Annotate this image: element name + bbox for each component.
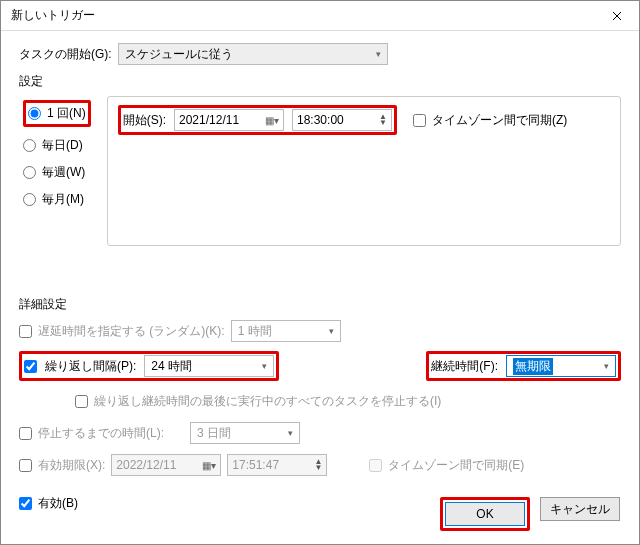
radio-weekly[interactable]: 毎週(W) <box>23 164 91 181</box>
repeat-checkbox[interactable] <box>24 360 37 373</box>
spinner-icon: ▲▼ <box>314 459 322 471</box>
begin-task-label: タスクの開始(G): <box>19 46 112 63</box>
expire-sync-label: タイムゾーン間で同期(E) <box>388 457 524 474</box>
radio-daily-label: 毎日(D) <box>42 137 83 154</box>
dialog-window: 新しいトリガー タスクの開始(G): スケジュールに従う ▾ 設定 1 回(N) <box>0 0 640 545</box>
frequency-radio-group: 1 回(N) 毎日(D) 毎週(W) 毎月(M) <box>19 96 91 246</box>
duration-label: 継続時間(F): <box>431 358 498 375</box>
chevron-down-icon: ▾ <box>329 326 334 336</box>
close-button[interactable] <box>595 1 639 31</box>
radio-monthly-label: 毎月(M) <box>42 191 84 208</box>
chevron-down-icon: ▾ <box>604 361 609 371</box>
stop-after-value: 3 日間 <box>197 425 231 442</box>
dialog-content: タスクの開始(G): スケジュールに従う ▾ 設定 1 回(N) 毎日(D) <box>1 31 639 535</box>
delay-dropdown[interactable]: 1 時間 ▾ <box>231 320 341 342</box>
window-title: 新しいトリガー <box>11 7 95 24</box>
chevron-down-icon: ▾ <box>288 428 293 438</box>
sync-timezone-label: タイムゾーン間で同期(Z) <box>432 112 567 129</box>
start-time-input[interactable]: 18:30:00 ▲▼ <box>292 109 392 131</box>
begin-task-row: タスクの開始(G): スケジュールに従う ▾ <box>19 43 621 65</box>
cancel-button[interactable]: キャンセル <box>540 497 620 521</box>
radio-daily-input[interactable] <box>23 139 36 152</box>
stop-all-row: 繰り返し継続時間の最後に実行中のすべてのタスクを停止する(I) <box>75 389 621 413</box>
expire-time-input[interactable]: 17:51:47 ▲▼ <box>227 454 327 476</box>
radio-weekly-label: 毎週(W) <box>42 164 85 181</box>
stop-all-label: 繰り返し継続時間の最後に実行中のすべてのタスクを停止する(I) <box>94 393 441 410</box>
repeat-label: 繰り返し間隔(P): <box>45 358 136 375</box>
ok-button[interactable]: OK <box>445 502 525 526</box>
radio-once-label: 1 回(N) <box>47 105 86 122</box>
advanced-label: 詳細設定 <box>19 296 621 313</box>
expire-date-value: 2022/12/11 <box>116 458 176 472</box>
spinner-icon: ▲▼ <box>379 114 387 126</box>
duration-dropdown[interactable]: 無期限 ▾ <box>506 355 616 377</box>
expire-label: 有効期限(X): <box>38 457 105 474</box>
settings-body: 1 回(N) 毎日(D) 毎週(W) 毎月(M) <box>19 96 621 246</box>
expire-time-value: 17:51:47 <box>232 458 279 472</box>
expire-sync-checkbox <box>369 459 382 472</box>
delay-label: 遅延時間を指定する (ランダム)(K): <box>38 323 225 340</box>
ok-button-label: OK <box>476 507 493 521</box>
cancel-button-label: キャンセル <box>550 501 610 518</box>
advanced-section: 詳細設定 遅延時間を指定する (ランダム)(K): 1 時間 ▾ 繰り返し間隔(… <box>19 296 621 515</box>
settings-label: 設定 <box>19 73 621 90</box>
button-bar: OK キャンセル <box>440 497 620 531</box>
enabled-label: 有効(B) <box>38 495 78 512</box>
sync-timezone-checkbox[interactable] <box>413 114 426 127</box>
radio-once[interactable]: 1 回(N) <box>28 105 86 122</box>
repeat-interval-dropdown[interactable]: 24 時間 ▾ <box>144 355 274 377</box>
radio-monthly-input[interactable] <box>23 193 36 206</box>
start-label: 開始(S): <box>123 112 166 129</box>
calendar-icon: ▦▾ <box>202 460 216 471</box>
delay-checkbox[interactable] <box>19 325 32 338</box>
repeat-row: 繰り返し間隔(P): 24 時間 ▾ 継続時間(F): 無期限 ▾ <box>19 351 621 381</box>
radio-weekly-input[interactable] <box>23 166 36 179</box>
close-icon <box>612 11 622 21</box>
expire-row: 有効期限(X): 2022/12/11 ▦▾ 17:51:47 ▲▼ タイムゾー… <box>19 453 621 477</box>
chevron-down-icon: ▾ <box>376 49 381 59</box>
schedule-panel: 開始(S): 2021/12/11 ▦▾ 18:30:00 ▲▼ タイムゾーン間… <box>107 96 621 246</box>
start-date-value: 2021/12/11 <box>179 113 239 127</box>
expire-date-input[interactable]: 2022/12/11 ▦▾ <box>111 454 221 476</box>
delay-value: 1 時間 <box>238 323 272 340</box>
start-time-value: 18:30:00 <box>297 113 344 127</box>
stop-after-label: 停止するまでの時間(L): <box>38 425 164 442</box>
radio-once-input[interactable] <box>28 107 41 120</box>
stop-all-checkbox[interactable] <box>75 395 88 408</box>
calendar-icon: ▦▾ <box>265 115 279 126</box>
chevron-down-icon: ▾ <box>262 361 267 371</box>
start-date-input[interactable]: 2021/12/11 ▦▾ <box>174 109 284 131</box>
stop-after-dropdown[interactable]: 3 日間 ▾ <box>190 422 300 444</box>
stop-after-row: 停止するまでの時間(L): 3 日間 ▾ <box>19 421 621 445</box>
duration-value: 無期限 <box>513 358 553 375</box>
enabled-checkbox[interactable] <box>19 497 32 510</box>
repeat-interval-value: 24 時間 <box>151 358 192 375</box>
stop-after-checkbox[interactable] <box>19 427 32 440</box>
delay-row: 遅延時間を指定する (ランダム)(K): 1 時間 ▾ <box>19 319 621 343</box>
titlebar: 新しいトリガー <box>1 1 639 31</box>
begin-task-dropdown[interactable]: スケジュールに従う ▾ <box>118 43 388 65</box>
radio-daily[interactable]: 毎日(D) <box>23 137 91 154</box>
begin-task-value: スケジュールに従う <box>125 46 233 63</box>
expire-checkbox[interactable] <box>19 459 32 472</box>
radio-monthly[interactable]: 毎月(M) <box>23 191 91 208</box>
